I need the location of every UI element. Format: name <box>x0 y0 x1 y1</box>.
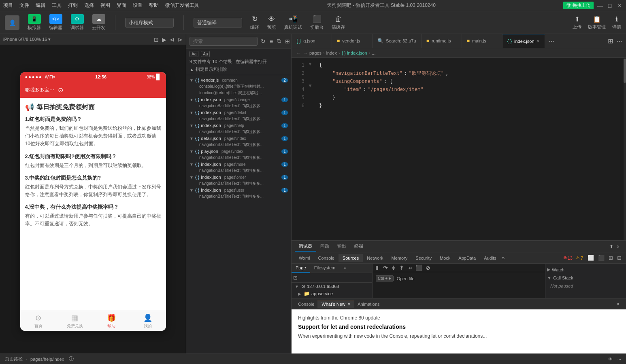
phone-icon-3[interactable]: ⊲ <box>170 36 175 43</box>
console-tab-bottom[interactable]: Console <box>295 300 317 308</box>
phone-icon-2[interactable]: ▶ <box>162 36 166 43</box>
devtools-ctrl-1[interactable]: ⬜ <box>586 254 595 261</box>
step-out-btn[interactable]: ↟ <box>399 265 404 271</box>
phone-tab-home[interactable]: ⊙ 首页 <box>20 313 57 329</box>
phone-tab-help[interactable]: 🎁 帮助 <box>93 313 130 329</box>
subtabs-more-button[interactable]: » <box>502 255 505 261</box>
devtools-tab-output[interactable]: 输出 <box>333 241 350 252</box>
step-btn[interactable]: ↠ <box>407 265 412 271</box>
upload-button[interactable]: ⬆ 上传 <box>573 15 581 30</box>
menu-工具[interactable]: 工具 <box>52 2 62 9</box>
copy-icon[interactable]: ⧉ <box>276 37 282 45</box>
match-0-1[interactable]: function(){return{title:"我正在哆啦... <box>186 90 291 96</box>
tab-vendor-js[interactable]: ■ vendor.js <box>332 34 373 48</box>
file-group-7[interactable]: ▼ { } index.json pages\order 1 <box>186 174 291 180</box>
status-more-btn[interactable]: ··· <box>617 357 621 362</box>
cloud-dev-button[interactable]: ☁ 云开发 <box>92 14 105 31</box>
menu-界面[interactable]: 界面 <box>117 2 126 9</box>
whats-new-bar-close[interactable]: × <box>617 301 620 307</box>
devtools-ctrl-2[interactable]: ⬛ <box>597 254 606 261</box>
phone-icon-4[interactable]: ⊳ <box>178 36 183 43</box>
step-into-btn[interactable]: ↡ <box>391 265 396 271</box>
refresh-icon[interactable]: ↻ <box>260 37 266 45</box>
subtab-security[interactable]: Security <box>411 254 436 262</box>
open-editor-icon[interactable]: ⊞ <box>284 37 291 45</box>
file-group-4[interactable]: ▼ { } detail.json pages\index 1 <box>186 135 291 142</box>
whats-new-tab[interactable]: What's New × <box>317 300 354 308</box>
file-group-2[interactable]: ▼ { } index.json pages\detail 1 <box>186 109 291 116</box>
menu-打到[interactable]: 打到 <box>68 2 78 9</box>
phone-icon-1[interactable]: ⊡ <box>154 36 159 43</box>
file-group-8[interactable]: ▼ { } index.json pages\user 1 <box>186 187 291 193</box>
sources-tab-filesystem[interactable]: Filesystem <box>310 264 340 273</box>
file-group-5[interactable]: ▼ { } play.json pages\index 1 <box>186 148 291 154</box>
compile-action[interactable]: ↻ 编译 <box>250 15 259 30</box>
phone-tab-redeem[interactable]: ▦ 免费兑换 <box>57 313 93 329</box>
sources-tab-page[interactable]: Page <box>292 264 310 273</box>
menu-帮助[interactable]: 帮助 <box>149 2 159 9</box>
subtab-console[interactable]: Console <box>314 254 339 262</box>
aa-regex-btn[interactable]: Aa <box>201 51 210 57</box>
fold-arrow-1[interactable]: ▼ <box>308 61 313 67</box>
tab-main-js[interactable]: ■ main.js <box>462 34 503 48</box>
breadcrumb-nav-forward[interactable]: → <box>303 50 308 56</box>
devtools-ctrl-3[interactable]: ⊞ <box>607 254 614 261</box>
breadcrumb-pages[interactable]: pages <box>309 51 322 55</box>
version-mgmt-button[interactable]: 📋 版本管理 <box>588 15 606 30</box>
dont-pause-btn[interactable]: ⊘ <box>426 265 430 271</box>
aa-case-btn[interactable]: Aa <box>190 51 198 57</box>
subtab-network[interactable]: Network <box>363 254 387 262</box>
call-stack-section[interactable]: ▼ Call Stack <box>547 274 624 282</box>
collapse-icon[interactable]: ≡ <box>269 37 274 45</box>
animations-tab-bottom[interactable]: Animations <box>354 300 383 308</box>
editor-button[interactable]: </> 编辑器 <box>49 14 62 31</box>
match-8-0[interactable]: navigationBarTitleText": "哆啦多多... <box>186 193 291 200</box>
devtools-tab-terminal[interactable]: 终端 <box>350 241 367 252</box>
devtools-close-icon[interactable]: × <box>617 244 620 250</box>
real-machine-action[interactable]: 📲 真机调试 <box>284 15 302 30</box>
watch-section[interactable]: ▶ Watch <box>547 265 624 274</box>
subtab-memory[interactable]: Memory <box>388 254 412 262</box>
nav-more-icon[interactable]: ··· <box>49 86 55 94</box>
menu-选择[interactable]: 选择 <box>84 2 94 9</box>
deactivate-btn[interactable]: ⬛ <box>415 265 422 271</box>
sources-collapse-btn[interactable]: ⊡ <box>293 275 298 281</box>
sources-node-appservice[interactable]: ▶ 📁 appservice <box>292 290 372 297</box>
file-group-0[interactable]: ▼ { } vendor.js common 2 <box>186 77 291 83</box>
menu-编辑[interactable]: 编辑 <box>36 2 45 9</box>
split-editor-button[interactable]: ⊞ <box>608 37 613 45</box>
tab-close-button[interactable]: × <box>537 38 540 44</box>
close-button[interactable]: × <box>616 2 623 9</box>
breadcrumb-more[interactable]: ... <box>372 51 375 55</box>
simulator-button[interactable]: 📱 模拟器 <box>28 14 41 31</box>
sources-tab-more[interactable]: » <box>339 264 350 273</box>
mode-select[interactable]: 小程序模式 <box>125 18 174 28</box>
menu-文件[interactable]: 文件 <box>19 2 29 9</box>
subtab-sources[interactable]: Sources <box>339 254 363 262</box>
sources-node-127[interactable]: ▼ ⊙ 127.0.0.1:65368 <box>292 283 372 290</box>
specify-dir[interactable]: ▲ 指定目录和排除 <box>190 66 288 72</box>
pause-resume-btn[interactable]: ⏸ <box>374 265 380 271</box>
editor-scrollbar[interactable] <box>624 58 626 240</box>
menu-视图[interactable]: 视图 <box>100 2 110 9</box>
status-page-path[interactable]: pages/help/index <box>30 357 64 362</box>
phone-tab-mine[interactable]: 👤 我的 <box>130 313 166 329</box>
match-1-0[interactable]: navigationBarTitleText": "哆啦多多... <box>186 103 291 109</box>
wechat-upload-button[interactable]: 微 拖拽上传 <box>563 2 594 9</box>
tab-search[interactable]: 🔍 Search: 32.u7u <box>373 34 422 48</box>
code-area[interactable]: { "navigationBarTitleText" : "欧里源码论坛" , … <box>314 58 624 240</box>
nav-circle-icon[interactable]: ⊙ <box>58 86 63 94</box>
step-over-btn[interactable]: ↷ <box>383 265 388 271</box>
menu-设置[interactable]: 设置 <box>133 2 143 9</box>
match-3-0[interactable]: navigationBarTitleText": "哆啦多多... <box>186 129 291 135</box>
editor-more-button[interactable]: ⋯ <box>616 37 623 45</box>
breadcrumb-index[interactable]: index <box>326 51 337 55</box>
clear-cache-action[interactable]: 🗑 清缓存 <box>332 15 345 30</box>
compile-select[interactable]: 普通编译 <box>194 18 242 28</box>
menu-项目[interactable]: 项目 <box>3 2 13 9</box>
tab-g-json[interactable]: { } g.json <box>292 34 332 48</box>
breadcrumb-nav-back[interactable]: ← <box>296 50 301 56</box>
match-2-0[interactable]: navigationBarTitleText": "哆啦多多... <box>186 116 291 122</box>
debugger-button[interactable]: ⚙ 调试器 <box>70 14 84 31</box>
tab-runtime-js[interactable]: ■ runtime.js <box>422 34 462 48</box>
